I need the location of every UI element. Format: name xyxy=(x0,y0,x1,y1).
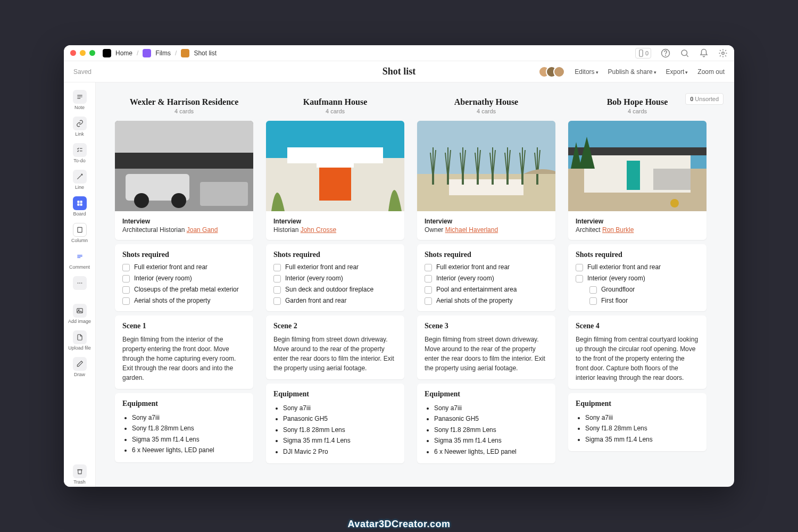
editors-menu[interactable]: Editors▾ xyxy=(575,68,598,76)
column-sub: 4 cards xyxy=(568,108,706,114)
trash-icon xyxy=(73,464,87,478)
image-card[interactable]: Interview Architect Ron Burkle xyxy=(568,121,706,240)
checkbox[interactable] xyxy=(425,275,432,282)
shot-row: Pool and entertainment area xyxy=(425,286,548,294)
column-image xyxy=(266,121,404,211)
checkbox[interactable] xyxy=(589,297,597,305)
column-title: Kaufmann House xyxy=(266,97,404,107)
equipment-item: Sigma 35 mm f1.4 Lens xyxy=(132,434,246,445)
equipment-card[interactable]: Equipment Sony a7iiiPanasonic GH5Sony f1… xyxy=(417,384,555,463)
column-sub: 4 cards xyxy=(115,108,253,114)
checkbox[interactable] xyxy=(425,286,432,294)
device-badge[interactable]: 0 xyxy=(635,48,651,59)
interviewee-link[interactable]: John Crosse xyxy=(301,226,336,234)
link-icon xyxy=(73,117,87,130)
minimize-icon[interactable] xyxy=(80,50,86,56)
interviewee-link[interactable]: Michael Haverland xyxy=(445,226,498,234)
interview-meta: Architect Ron Burkle xyxy=(576,226,699,234)
sidebar-more[interactable] xyxy=(68,274,92,292)
home-icon[interactable] xyxy=(103,49,111,57)
svg-rect-45 xyxy=(536,174,538,185)
column-image xyxy=(417,121,555,211)
scene-card[interactable]: Scene 2 Begin filming from street down d… xyxy=(266,315,404,379)
shot-row: Full exterior front and rear xyxy=(576,263,699,271)
sidebar-comment[interactable]: Comment xyxy=(68,247,92,272)
checkbox[interactable] xyxy=(273,275,281,282)
unsorted-badge[interactable]: 0 Unsorted xyxy=(685,93,724,105)
sidebar-add-image[interactable]: Add image xyxy=(68,302,92,326)
crumb-home[interactable]: Home xyxy=(115,49,132,57)
shots-title: Shots required xyxy=(122,251,246,259)
checkbox[interactable] xyxy=(122,275,130,282)
sidebar-line[interactable]: Line xyxy=(68,168,92,192)
maximize-icon[interactable] xyxy=(89,50,95,56)
gear-icon[interactable] xyxy=(718,48,728,58)
search-icon[interactable] xyxy=(680,48,689,58)
checkbox[interactable] xyxy=(122,297,130,305)
sidebar-column[interactable]: Column xyxy=(68,221,92,245)
equipment-card[interactable]: Equipment Sony a7iiiPanasonic GH5Sony f1… xyxy=(266,384,404,463)
equipment-title: Equipment xyxy=(425,390,548,398)
shots-title: Shots required xyxy=(273,251,397,259)
comment-icon xyxy=(73,250,87,263)
interviewee-link[interactable]: Joan Gand xyxy=(187,226,218,234)
svg-point-18 xyxy=(77,282,78,284)
canvas[interactable]: 0 Unsorted Wexler & Harrison Residence 4… xyxy=(96,82,734,487)
body: Note Link To-do Line Board Column Commen… xyxy=(64,82,734,487)
export-menu[interactable]: Export▾ xyxy=(666,68,688,76)
crumb-films[interactable]: Films xyxy=(155,49,171,57)
scene-card[interactable]: Scene 4 Begin filming from central court… xyxy=(568,315,706,389)
sidebar-draw[interactable]: Draw xyxy=(68,355,92,379)
checkbox[interactable] xyxy=(273,297,281,305)
checkbox[interactable] xyxy=(122,264,130,271)
equipment-item: Sony a7iii xyxy=(585,412,699,423)
close-icon[interactable] xyxy=(70,50,76,56)
checkbox[interactable] xyxy=(273,264,281,271)
sidebar-trash[interactable]: Trash xyxy=(68,462,92,487)
sidebar-board[interactable]: Board xyxy=(68,194,92,219)
checkbox[interactable] xyxy=(273,286,281,294)
column-title: Abernathy House xyxy=(417,97,555,107)
checkbox[interactable] xyxy=(425,297,432,305)
scene-card[interactable]: Scene 3 Begin filming from street down d… xyxy=(417,315,555,379)
checkbox[interactable] xyxy=(576,275,583,282)
interviewee-link[interactable]: Ron Burkle xyxy=(602,226,634,234)
checkbox[interactable] xyxy=(122,286,130,294)
column-header[interactable]: Abernathy House 4 cards xyxy=(417,94,555,117)
sidebar-todo[interactable]: To-do xyxy=(68,141,92,165)
help-icon[interactable] xyxy=(661,48,670,58)
column-image xyxy=(115,121,253,211)
svg-rect-13 xyxy=(80,204,82,206)
image-card[interactable]: Interview Owner Michael Haverland xyxy=(417,121,555,240)
crumb-shot[interactable]: Shot list xyxy=(194,49,217,57)
avatars[interactable] xyxy=(543,66,565,78)
shot-row: Full exterior front and rear xyxy=(425,263,548,271)
scene-card[interactable]: Scene 1 Begin filming from the interior … xyxy=(115,315,253,389)
shots-card[interactable]: Shots required Full exterior front and r… xyxy=(568,244,706,311)
svg-point-4 xyxy=(722,52,725,54)
equipment-card[interactable]: Equipment Sony a7iiiSony f1.8 28mm LensS… xyxy=(568,393,706,451)
image-card[interactable]: Interview Historian John Crosse xyxy=(266,121,404,240)
sidebar-link[interactable]: Link xyxy=(68,114,92,139)
shotlist-icon[interactable] xyxy=(181,49,189,57)
bell-icon[interactable] xyxy=(699,48,709,58)
equipment-card[interactable]: Equipment Sony a7iiiSony f1.8 28mm LensS… xyxy=(115,393,253,462)
sidebar-upload[interactable]: Upload file xyxy=(68,328,92,353)
shots-card[interactable]: Shots required Full exterior front and r… xyxy=(417,244,555,311)
checkbox[interactable] xyxy=(576,264,583,271)
column-header[interactable]: Wexler & Harrison Residence 4 cards xyxy=(115,94,253,117)
todo-icon xyxy=(73,143,87,157)
zoom-out-button[interactable]: Zoom out xyxy=(697,68,725,76)
column-header[interactable]: Kaufmann House 4 cards xyxy=(266,94,404,117)
publish-menu[interactable]: Publish & share▾ xyxy=(608,68,656,76)
sidebar-note[interactable]: Note xyxy=(68,88,92,112)
films-icon[interactable] xyxy=(143,49,151,57)
titlebar: Home / Films / Shot list 0 xyxy=(64,45,734,61)
shots-card[interactable]: Shots required Full exterior front and r… xyxy=(266,244,404,311)
checkbox[interactable] xyxy=(425,264,432,271)
image-card[interactable]: Interview Architectural Historian Joan G… xyxy=(115,121,253,240)
shots-card[interactable]: Shots required Full exterior front and r… xyxy=(115,244,253,311)
equipment-item: Sigma 35 mm f1.4 Lens xyxy=(585,434,699,445)
checkbox[interactable] xyxy=(589,286,597,294)
scene-title: Scene 3 xyxy=(425,322,548,330)
